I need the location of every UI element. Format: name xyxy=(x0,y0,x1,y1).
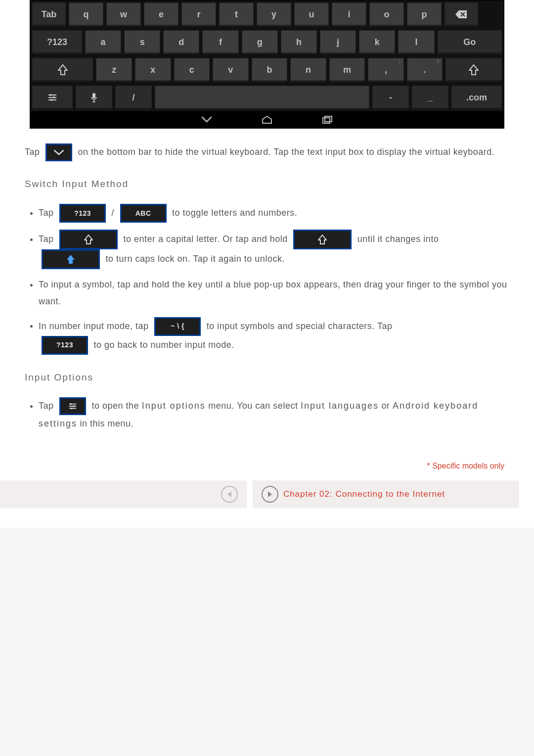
key-voice-input[interactable] xyxy=(76,86,112,109)
next-chapter-label[interactable]: Chapter 02: Connecting to the Internet xyxy=(283,489,445,499)
key-u[interactable]: u xyxy=(294,2,329,26)
key-label: e xyxy=(159,9,164,20)
key-label: h xyxy=(296,37,302,47)
switch-input-list: Tap ?123 / ABC to toggle letters and num… xyxy=(39,204,509,354)
text: to open the xyxy=(92,401,139,411)
svg-point-6 xyxy=(70,403,72,405)
key-m[interactable]: m xyxy=(329,58,365,82)
key-z[interactable]: z xyxy=(96,58,132,82)
text: Tap xyxy=(39,401,54,411)
key-x[interactable]: x xyxy=(135,58,171,82)
key-y[interactable]: y xyxy=(257,2,291,26)
key-label: y xyxy=(271,9,276,20)
key-mode-123[interactable]: ?123 xyxy=(32,30,82,54)
svg-point-1 xyxy=(53,96,55,98)
key-c[interactable]: c xyxy=(174,58,210,82)
nav-hide-keyboard-icon[interactable] xyxy=(201,116,212,123)
key-v[interactable]: v xyxy=(213,58,249,82)
key-a[interactable]: a xyxy=(85,30,121,54)
svg-point-8 xyxy=(71,408,73,410)
key-o[interactable]: o xyxy=(369,2,404,26)
key-label: z xyxy=(112,65,116,75)
input-options-list: Tap to open the Input options menu. You … xyxy=(39,397,509,432)
key-label: r xyxy=(197,9,200,20)
key-label: x xyxy=(150,65,155,75)
key-t[interactable]: t xyxy=(219,2,254,26)
paragraph-hide-keyboard: Tap on the bottom bar to hide the virtua… xyxy=(25,143,509,161)
chip-symbols: ~ \ { xyxy=(154,317,201,336)
key-j[interactable]: j xyxy=(320,30,356,54)
key-w[interactable]: w xyxy=(106,2,141,26)
key-r[interactable]: r xyxy=(181,2,216,26)
key-space[interactable] xyxy=(155,86,369,109)
nav-recent-apps-icon[interactable] xyxy=(322,116,333,124)
key-label: i xyxy=(348,9,350,20)
key-hint: : xyxy=(147,87,148,93)
document-body: Tap on the bottom bar to hide the virtua… xyxy=(0,129,534,447)
nav-home-icon[interactable] xyxy=(262,116,272,124)
svg-point-2 xyxy=(50,99,52,101)
key-label: v xyxy=(228,65,233,75)
key-label: Go xyxy=(463,37,476,47)
key-label: m xyxy=(343,65,351,75)
text: to input symbols and special characters.… xyxy=(207,321,393,331)
chevron-right-icon xyxy=(267,491,273,498)
text: Tap xyxy=(39,208,54,218)
key-p[interactable]: p xyxy=(407,2,442,26)
key-label: f xyxy=(219,37,222,47)
key-d[interactable]: d xyxy=(163,30,199,54)
key-label: g xyxy=(257,37,263,47)
key-k[interactable]: k xyxy=(359,30,395,54)
keyboard-row-3: z x c v b n m ! , ? . xyxy=(30,56,504,84)
key-h[interactable]: h xyxy=(281,30,317,54)
key-q[interactable]: q xyxy=(69,2,103,26)
text: to go back to number input mode. xyxy=(94,339,234,349)
key-shift-left[interactable] xyxy=(32,58,93,82)
key-input-options[interactable] xyxy=(32,86,73,109)
key-label: p xyxy=(422,9,427,20)
key-l[interactable]: l xyxy=(398,30,434,54)
text: to toggle letters and numbers. xyxy=(172,208,297,218)
key-go[interactable]: Go xyxy=(438,30,502,54)
keyboard-row-2: ?123 a s d f g h j k l Go xyxy=(30,28,504,56)
keyboard-row-4: : / - _ .com xyxy=(30,84,504,111)
key-g[interactable]: g xyxy=(242,30,278,54)
virtual-keyboard: Tab q w e r t y u i o p ?123 xyxy=(30,0,504,129)
keyboard-figure: Tab q w e r t y u i o p ?123 xyxy=(0,0,534,129)
next-chapter-button[interactable] xyxy=(262,486,278,503)
key-i[interactable]: i xyxy=(332,2,366,26)
settings-sliders-icon xyxy=(48,93,57,102)
key-tab[interactable]: Tab xyxy=(32,2,66,26)
text: / xyxy=(112,208,115,218)
key-label: a xyxy=(100,37,105,47)
key-label: - xyxy=(389,93,392,103)
chip-hide-keyboard-icon xyxy=(45,143,72,161)
list-item: Tap to open the Input options menu. You … xyxy=(39,397,509,432)
key-label: t xyxy=(235,9,238,20)
key-s[interactable]: s xyxy=(124,30,160,54)
key-underscore[interactable]: _ xyxy=(412,86,448,109)
key-dot-com[interactable]: .com xyxy=(451,86,502,109)
key-label: / xyxy=(132,93,134,103)
key-e[interactable]: e xyxy=(144,2,178,26)
shift-icon xyxy=(469,64,479,75)
key-shift-right[interactable] xyxy=(445,58,502,82)
svg-rect-3 xyxy=(92,93,95,98)
key-slash[interactable]: : / xyxy=(115,86,152,109)
key-b[interactable]: b xyxy=(252,58,288,82)
list-item: To input a symbol, tap and hold the key … xyxy=(39,276,509,310)
key-f[interactable]: f xyxy=(202,30,238,54)
key-label: n xyxy=(306,65,311,75)
key-comma[interactable]: ! , xyxy=(368,58,404,82)
chip-input-options-icon xyxy=(59,397,86,415)
heading-input-options: Input Options xyxy=(25,370,509,385)
key-dash[interactable]: - xyxy=(372,86,409,109)
key-n[interactable]: n xyxy=(290,58,326,82)
chip-shift-outline xyxy=(59,230,118,249)
key-label: ?123 xyxy=(47,37,67,47)
key-period[interactable]: ? . xyxy=(407,58,443,82)
footer-chapter-nav: Chapter 02: Connecting to the Internet xyxy=(0,480,534,508)
key-backspace[interactable] xyxy=(445,2,478,26)
prev-chapter-button[interactable] xyxy=(221,486,238,503)
microphone-icon xyxy=(90,93,97,102)
